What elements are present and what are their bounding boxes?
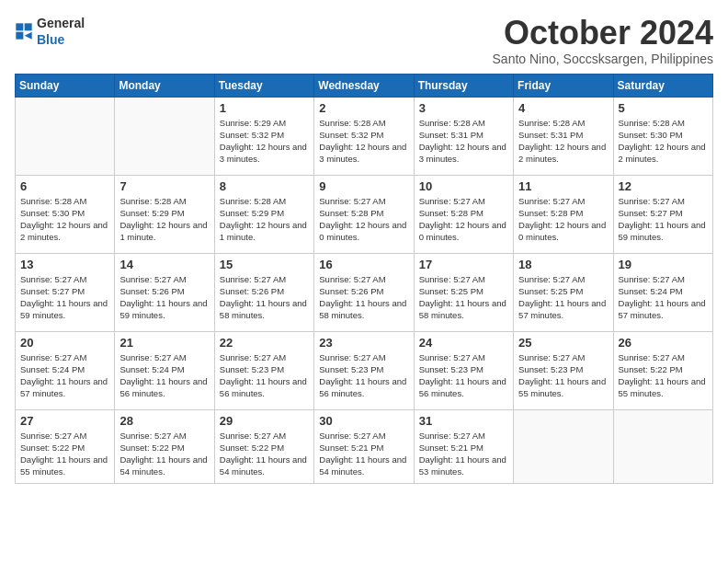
calendar-cell: 3Sunrise: 5:28 AM Sunset: 5:31 PM Daylig… <box>414 97 513 175</box>
calendar-cell <box>514 409 613 483</box>
week-row: 20Sunrise: 5:27 AM Sunset: 5:24 PM Dayli… <box>16 331 713 409</box>
day-number: 4 <box>518 101 608 115</box>
calendar-cell: 7Sunrise: 5:28 AM Sunset: 5:29 PM Daylig… <box>115 175 214 253</box>
day-info: Sunrise: 5:27 AM Sunset: 5:22 PM Dayligh… <box>20 430 109 478</box>
day-number: 10 <box>419 179 508 193</box>
day-number: 12 <box>619 179 708 193</box>
page-header: General Blue October 2024 Santo Nino, So… <box>15 15 713 66</box>
calendar-cell: 11Sunrise: 5:27 AM Sunset: 5:28 PM Dayli… <box>514 175 613 253</box>
day-info: Sunrise: 5:27 AM Sunset: 5:22 PM Dayligh… <box>619 351 708 400</box>
title-block: October 2024 Santo Nino, Soccsksargen, P… <box>493 15 713 66</box>
calendar-cell: 16Sunrise: 5:27 AM Sunset: 5:26 PM Dayli… <box>314 253 414 331</box>
calendar-cell: 28Sunrise: 5:27 AM Sunset: 5:22 PM Dayli… <box>115 409 214 483</box>
svg-rect-1 <box>25 23 32 30</box>
location-subtitle: Santo Nino, Soccsksargen, Philippines <box>493 52 713 66</box>
logo: General Blue <box>15 15 85 48</box>
svg-rect-0 <box>16 23 23 30</box>
day-number: 30 <box>319 414 408 428</box>
day-info: Sunrise: 5:27 AM Sunset: 5:24 PM Dayligh… <box>119 351 209 400</box>
day-number: 23 <box>319 336 408 350</box>
day-number: 16 <box>319 258 408 271</box>
calendar-cell: 25Sunrise: 5:27 AM Sunset: 5:23 PM Dayli… <box>514 331 613 409</box>
calendar-cell: 29Sunrise: 5:27 AM Sunset: 5:22 PM Dayli… <box>214 409 313 483</box>
day-number: 27 <box>20 414 109 428</box>
logo-general: General <box>37 16 85 30</box>
calendar-cell: 22Sunrise: 5:27 AM Sunset: 5:23 PM Dayli… <box>214 331 313 409</box>
week-row: 27Sunrise: 5:27 AM Sunset: 5:22 PM Dayli… <box>16 409 713 483</box>
calendar-cell: 31Sunrise: 5:27 AM Sunset: 5:21 PM Dayli… <box>414 409 513 483</box>
day-info: Sunrise: 5:27 AM Sunset: 5:25 PM Dayligh… <box>419 273 508 322</box>
month-title: October 2024 <box>493 15 713 52</box>
weekday-header: Tuesday <box>214 74 313 97</box>
day-info: Sunrise: 5:27 AM Sunset: 5:26 PM Dayligh… <box>119 273 209 322</box>
day-number: 13 <box>20 258 109 271</box>
calendar-cell: 2Sunrise: 5:28 AM Sunset: 5:32 PM Daylig… <box>314 97 414 175</box>
day-number: 19 <box>619 258 708 271</box>
calendar-cell: 24Sunrise: 5:27 AM Sunset: 5:23 PM Dayli… <box>414 331 513 409</box>
day-number: 8 <box>220 179 309 193</box>
day-info: Sunrise: 5:27 AM Sunset: 5:23 PM Dayligh… <box>220 351 309 400</box>
day-number: 1 <box>220 101 309 115</box>
day-info: Sunrise: 5:27 AM Sunset: 5:28 PM Dayligh… <box>518 195 608 244</box>
day-number: 29 <box>220 414 309 428</box>
weekday-header: Friday <box>514 74 613 97</box>
day-info: Sunrise: 5:27 AM Sunset: 5:28 PM Dayligh… <box>319 195 408 244</box>
calendar-cell: 23Sunrise: 5:27 AM Sunset: 5:23 PM Dayli… <box>314 331 414 409</box>
day-number: 26 <box>619 336 708 350</box>
calendar-cell: 30Sunrise: 5:27 AM Sunset: 5:21 PM Dayli… <box>314 409 414 483</box>
day-info: Sunrise: 5:27 AM Sunset: 5:26 PM Dayligh… <box>220 273 309 322</box>
day-info: Sunrise: 5:28 AM Sunset: 5:29 PM Dayligh… <box>119 195 209 244</box>
calendar-cell: 13Sunrise: 5:27 AM Sunset: 5:27 PM Dayli… <box>16 253 115 331</box>
calendar-cell <box>613 409 712 483</box>
calendar-cell: 27Sunrise: 5:27 AM Sunset: 5:22 PM Dayli… <box>16 409 115 483</box>
day-info: Sunrise: 5:28 AM Sunset: 5:32 PM Dayligh… <box>319 117 408 166</box>
day-info: Sunrise: 5:28 AM Sunset: 5:30 PM Dayligh… <box>619 117 708 166</box>
day-number: 22 <box>220 336 309 350</box>
day-info: Sunrise: 5:27 AM Sunset: 5:27 PM Dayligh… <box>20 273 109 322</box>
weekday-header-row: SundayMondayTuesdayWednesdayThursdayFrid… <box>16 74 713 97</box>
day-info: Sunrise: 5:27 AM Sunset: 5:22 PM Dayligh… <box>220 430 309 478</box>
day-info: Sunrise: 5:27 AM Sunset: 5:25 PM Dayligh… <box>518 273 608 322</box>
day-info: Sunrise: 5:27 AM Sunset: 5:23 PM Dayligh… <box>419 351 508 400</box>
day-number: 6 <box>20 179 109 193</box>
day-number: 5 <box>619 101 708 115</box>
day-info: Sunrise: 5:27 AM Sunset: 5:23 PM Dayligh… <box>319 351 408 400</box>
logo-text: General Blue <box>37 15 85 48</box>
day-number: 14 <box>119 258 209 271</box>
calendar-cell <box>115 97 214 175</box>
day-info: Sunrise: 5:27 AM Sunset: 5:24 PM Dayligh… <box>619 273 708 322</box>
calendar-cell: 6Sunrise: 5:28 AM Sunset: 5:30 PM Daylig… <box>16 175 115 253</box>
weekday-header: Wednesday <box>314 74 414 97</box>
calendar-cell: 8Sunrise: 5:28 AM Sunset: 5:29 PM Daylig… <box>214 175 313 253</box>
day-number: 17 <box>419 258 508 271</box>
svg-marker-3 <box>25 32 32 40</box>
calendar-cell: 17Sunrise: 5:27 AM Sunset: 5:25 PM Dayli… <box>414 253 513 331</box>
day-info: Sunrise: 5:28 AM Sunset: 5:31 PM Dayligh… <box>419 117 508 166</box>
weekday-header: Monday <box>115 74 214 97</box>
calendar-cell: 26Sunrise: 5:27 AM Sunset: 5:22 PM Dayli… <box>613 331 712 409</box>
calendar-cell: 9Sunrise: 5:27 AM Sunset: 5:28 PM Daylig… <box>314 175 414 253</box>
calendar-cell: 14Sunrise: 5:27 AM Sunset: 5:26 PM Dayli… <box>115 253 214 331</box>
week-row: 13Sunrise: 5:27 AM Sunset: 5:27 PM Dayli… <box>16 253 713 331</box>
calendar-cell: 12Sunrise: 5:27 AM Sunset: 5:27 PM Dayli… <box>613 175 712 253</box>
day-number: 18 <box>518 258 608 271</box>
week-row: 6Sunrise: 5:28 AM Sunset: 5:30 PM Daylig… <box>16 175 713 253</box>
calendar-cell: 10Sunrise: 5:27 AM Sunset: 5:28 PM Dayli… <box>414 175 513 253</box>
calendar-cell: 5Sunrise: 5:28 AM Sunset: 5:30 PM Daylig… <box>613 97 712 175</box>
svg-rect-2 <box>16 32 23 40</box>
logo-icon <box>15 22 33 40</box>
weekday-header: Sunday <box>16 74 115 97</box>
calendar-cell <box>16 97 115 175</box>
day-info: Sunrise: 5:27 AM Sunset: 5:21 PM Dayligh… <box>319 430 408 478</box>
calendar-cell: 19Sunrise: 5:27 AM Sunset: 5:24 PM Dayli… <box>613 253 712 331</box>
week-row: 1Sunrise: 5:29 AM Sunset: 5:32 PM Daylig… <box>16 97 713 175</box>
day-info: Sunrise: 5:27 AM Sunset: 5:21 PM Dayligh… <box>419 430 508 478</box>
day-number: 28 <box>119 414 209 428</box>
weekday-header: Saturday <box>613 74 712 97</box>
logo-blue: Blue <box>37 32 64 47</box>
day-info: Sunrise: 5:29 AM Sunset: 5:32 PM Dayligh… <box>220 117 309 166</box>
day-number: 20 <box>20 336 109 350</box>
day-number: 3 <box>419 101 508 115</box>
day-number: 31 <box>419 414 508 428</box>
day-info: Sunrise: 5:28 AM Sunset: 5:30 PM Dayligh… <box>20 195 109 244</box>
